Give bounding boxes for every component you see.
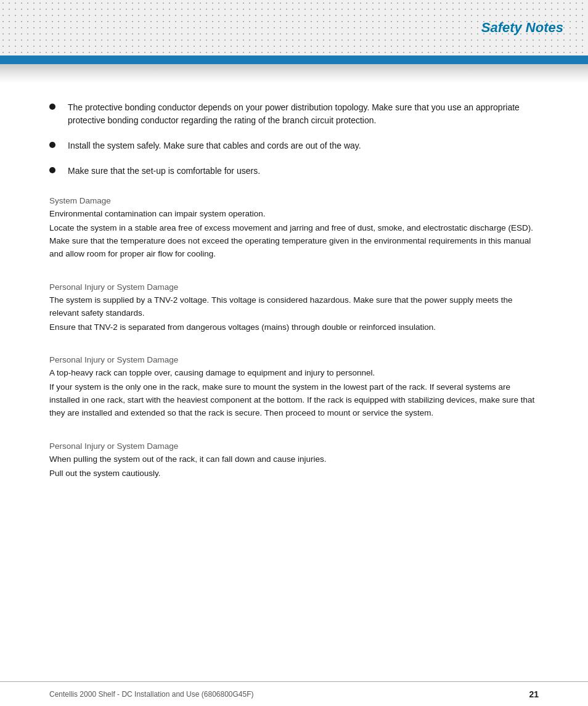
- bullet-item: Install the system safely. Make sure tha…: [49, 139, 539, 152]
- bullet-dot: [49, 167, 55, 173]
- blue-bar: [0, 55, 588, 64]
- warning-body: The system is supplied by a TNV-2 voltag…: [49, 294, 539, 334]
- warning-line: Locate the system in a stable area free …: [49, 222, 539, 261]
- warning-line: The system is supplied by a TNV-2 voltag…: [49, 294, 539, 320]
- warning-section: Personal Injury or System DamageA top-he…: [49, 355, 539, 420]
- warning-title: Personal Injury or System Damage: [49, 282, 539, 292]
- warning-title: Personal Injury or System Damage: [49, 355, 539, 364]
- bullet-text: Install the system safely. Make sure tha…: [68, 139, 361, 152]
- warnings-container: System DamageEnvironmental contamination…: [49, 196, 539, 480]
- warning-body: Environmental contamination can impair s…: [49, 208, 539, 261]
- footer-page: 21: [529, 689, 539, 699]
- footer: Centellis 2000 Shelf - DC Installation a…: [0, 681, 588, 706]
- warning-line: If your system is the only one in the ra…: [49, 381, 539, 420]
- warning-line: When pulling the system out of the rack,…: [49, 453, 539, 466]
- bullet-text: The protective bonding conductor depends…: [68, 101, 539, 127]
- warning-line: Pull out the system cautiously.: [49, 467, 539, 480]
- warning-body: A top-heavy rack can topple over, causin…: [49, 367, 539, 420]
- warning-line: Environmental contamination can impair s…: [49, 208, 539, 221]
- warning-section: Personal Injury or System DamageWhen pul…: [49, 441, 539, 480]
- bullet-item: The protective bonding conductor depends…: [49, 101, 539, 127]
- footer-text: Centellis 2000 Shelf - DC Installation a…: [49, 690, 254, 699]
- warning-section: Personal Injury or System DamageThe syst…: [49, 282, 539, 334]
- warning-line: A top-heavy rack can topple over, causin…: [49, 367, 539, 380]
- warning-title: System Damage: [49, 196, 539, 205]
- warning-body: When pulling the system out of the rack,…: [49, 453, 539, 480]
- bullet-dot: [49, 142, 55, 148]
- warning-line: Ensure that TNV-2 is separated from dang…: [49, 321, 539, 334]
- warning-title: Personal Injury or System Damage: [49, 441, 539, 451]
- bullet-item: Make sure that the set-up is comfortable…: [49, 165, 539, 178]
- header-pattern: Safety Notes: [0, 0, 588, 55]
- page-title: Safety Notes: [481, 20, 563, 36]
- main-content: The protective bonding conductor depends…: [0, 83, 588, 551]
- gray-bar: [0, 64, 588, 83]
- warning-section: System DamageEnvironmental contamination…: [49, 196, 539, 261]
- bullet-text: Make sure that the set-up is comfortable…: [68, 165, 260, 178]
- bullet-list: The protective bonding conductor depends…: [49, 101, 539, 178]
- bullet-dot: [49, 104, 55, 110]
